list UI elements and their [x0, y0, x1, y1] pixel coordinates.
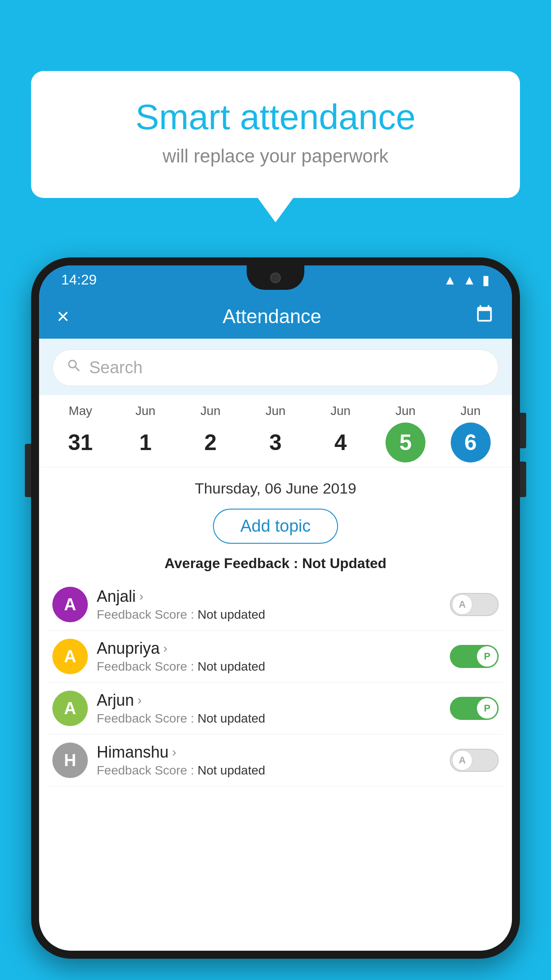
date-number: 3 [256, 423, 295, 462]
student-info: Arjun ›Feedback Score : Not updated [97, 691, 441, 726]
avatar: A [52, 587, 88, 622]
search-placeholder: Search [89, 358, 142, 377]
date-number: 4 [321, 423, 361, 462]
avg-feedback-value: Not Updated [302, 555, 386, 571]
date-number: 1 [126, 423, 165, 462]
date-month: Jun [265, 404, 285, 418]
date-number: 6 [451, 423, 491, 462]
toggle-wrapper: P [450, 645, 499, 668]
status-bar: 14:29 ▲ ▲ ▮ [39, 265, 512, 294]
date-cell[interactable]: Jun1 [123, 404, 168, 462]
speech-bubble-tail [258, 198, 293, 222]
phone-notch [247, 265, 304, 290]
calendar-icon[interactable] [475, 304, 494, 328]
app-title: Attendance [223, 305, 322, 328]
attendance-toggle[interactable]: A [450, 593, 499, 616]
toggle-knob: A [452, 750, 472, 771]
student-feedback: Feedback Score : Not updated [97, 711, 441, 726]
avatar: A [52, 691, 88, 726]
date-month: Jun [331, 404, 350, 418]
toggle-wrapper: A [450, 749, 499, 772]
date-cell[interactable]: May31 [58, 404, 102, 462]
date-cell[interactable]: Jun6 [449, 404, 493, 462]
date-month: Jun [135, 404, 155, 418]
chevron-icon: › [172, 745, 176, 759]
phone-screen: 14:29 ▲ ▲ ▮ × Attendance [39, 265, 512, 951]
date-number: 2 [190, 423, 230, 462]
date-month: Jun [201, 404, 220, 418]
toggle-knob: P [477, 698, 497, 719]
avatar: H [52, 743, 88, 778]
list-item[interactable]: AArjun ›Feedback Score : Not updatedP [48, 683, 503, 735]
date-number: 31 [60, 423, 100, 462]
student-name: Anjali › [97, 587, 441, 606]
status-icons: ▲ ▲ ▮ [444, 272, 490, 288]
status-time: 14:29 [61, 272, 97, 288]
date-cell[interactable]: Jun5 [383, 404, 428, 462]
speech-bubble: Smart attendance will replace your paper… [31, 71, 520, 198]
attendance-toggle[interactable]: A [450, 749, 499, 772]
side-button-volume [25, 444, 31, 497]
search-bar[interactable]: Search [52, 349, 499, 386]
date-cell[interactable]: Jun4 [319, 404, 363, 462]
list-item[interactable]: AAnjali ›Feedback Score : Not updatedA [48, 579, 503, 631]
date-number: 5 [386, 423, 425, 462]
chevron-icon: › [139, 589, 143, 604]
date-strip: May31Jun1Jun2Jun3Jun4Jun5Jun6 [39, 395, 512, 467]
search-icon [66, 358, 82, 378]
speech-bubble-title: Smart attendance [67, 98, 484, 137]
toggle-wrapper: A [450, 593, 499, 616]
attendance-toggle[interactable]: P [450, 645, 499, 668]
toggle-knob: A [452, 594, 472, 615]
battery-icon: ▮ [482, 272, 490, 288]
avg-feedback: Average Feedback : Not Updated [39, 548, 512, 579]
side-button-volume-down [520, 462, 526, 497]
student-name: Anupriya › [97, 639, 441, 658]
list-item[interactable]: AAnupriya ›Feedback Score : Not updatedP [48, 631, 503, 683]
add-topic-button[interactable]: Add topic [213, 509, 338, 544]
date-month: Jun [396, 404, 416, 418]
student-feedback: Feedback Score : Not updated [97, 608, 441, 622]
signal-icon: ▲ [463, 273, 476, 288]
phone-wrapper: 14:29 ▲ ▲ ▮ × Attendance [31, 257, 520, 980]
toggle-knob: P [477, 646, 497, 667]
chevron-icon: › [138, 693, 142, 707]
student-feedback: Feedback Score : Not updated [97, 660, 441, 674]
student-info: Anjali ›Feedback Score : Not updated [97, 587, 441, 622]
toggle-wrapper: P [450, 697, 499, 720]
wifi-icon: ▲ [444, 273, 457, 288]
search-container: Search [39, 339, 512, 395]
phone-outer: 14:29 ▲ ▲ ▮ × Attendance [31, 257, 520, 959]
student-name: Arjun › [97, 691, 441, 710]
student-list: AAnjali ›Feedback Score : Not updatedAAA… [39, 579, 512, 786]
camera [270, 273, 281, 283]
date-cell[interactable]: Jun2 [188, 404, 232, 462]
app-header: × Attendance [39, 294, 512, 339]
speech-bubble-wrapper: Smart attendance will replace your paper… [31, 71, 520, 222]
student-info: Anupriya ›Feedback Score : Not updated [97, 639, 441, 674]
date-cell[interactable]: Jun3 [253, 404, 298, 462]
date-month: May [69, 404, 92, 418]
avatar: A [52, 639, 88, 674]
student-info: Himanshu ›Feedback Score : Not updated [97, 743, 441, 778]
attendance-toggle[interactable]: P [450, 697, 499, 720]
selected-date: Thursday, 06 June 2019 [39, 467, 512, 504]
speech-bubble-subtitle: will replace your paperwork [67, 146, 484, 167]
chevron-icon: › [163, 641, 167, 656]
student-feedback: Feedback Score : Not updated [97, 763, 441, 778]
screen-content: Search May31Jun1Jun2Jun3Jun4Jun5Jun6 Thu… [39, 339, 512, 951]
add-topic-container: Add topic [39, 504, 512, 548]
list-item[interactable]: HHimanshu ›Feedback Score : Not updatedA [48, 735, 503, 786]
side-button-power [520, 413, 526, 448]
student-name: Himanshu › [97, 743, 441, 762]
avg-feedback-label: Average Feedback : [165, 555, 302, 571]
date-month: Jun [460, 404, 480, 418]
close-button[interactable]: × [57, 306, 69, 327]
